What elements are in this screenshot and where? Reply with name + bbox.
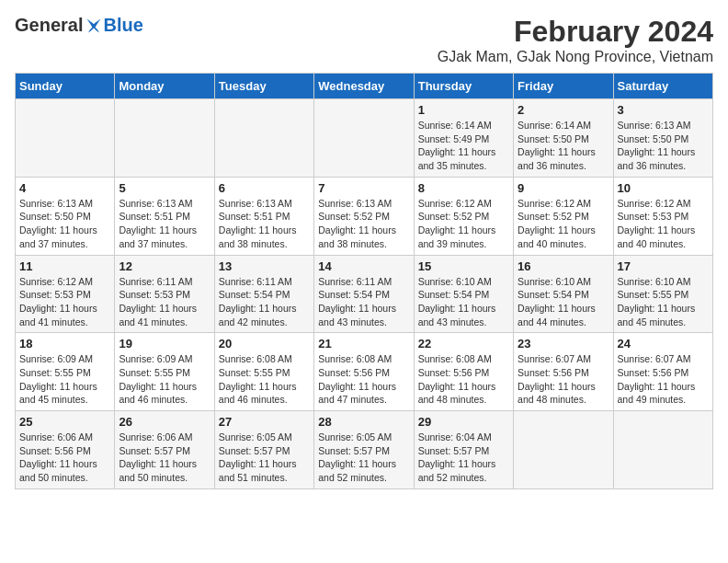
calendar-cell <box>613 411 712 489</box>
calendar-cell <box>16 99 115 178</box>
calendar-cell: 27Sunrise: 6:05 AM Sunset: 5:57 PM Dayli… <box>214 411 313 489</box>
logo-blue-text: Blue <box>103 15 142 36</box>
day-number: 9 <box>518 181 609 195</box>
calendar-cell: 19Sunrise: 6:09 AM Sunset: 5:55 PM Dayli… <box>115 333 214 411</box>
day-detail: Sunrise: 6:08 AM Sunset: 5:55 PM Dayligh… <box>219 352 310 407</box>
day-number: 5 <box>119 181 210 195</box>
weekday-header-wednesday: Wednesday <box>314 74 414 99</box>
day-number: 13 <box>219 259 310 273</box>
calendar-cell <box>314 99 414 178</box>
day-number: 2 <box>518 103 609 117</box>
calendar-cell: 1Sunrise: 6:14 AM Sunset: 5:49 PM Daylig… <box>414 99 513 178</box>
day-number: 1 <box>418 103 509 117</box>
calendar-week-row: 18Sunrise: 6:09 AM Sunset: 5:55 PM Dayli… <box>16 333 713 411</box>
day-number: 6 <box>219 181 310 195</box>
calendar-cell <box>214 99 313 178</box>
calendar-cell <box>115 99 214 178</box>
day-detail: Sunrise: 6:12 AM Sunset: 5:53 PM Dayligh… <box>618 197 709 251</box>
calendar-cell <box>514 411 613 489</box>
calendar-week-row: 4Sunrise: 6:13 AM Sunset: 5:50 PM Daylig… <box>16 177 713 255</box>
day-detail: Sunrise: 6:14 AM Sunset: 5:49 PM Dayligh… <box>418 119 509 173</box>
day-detail: Sunrise: 6:12 AM Sunset: 5:52 PM Dayligh… <box>418 197 509 251</box>
day-detail: Sunrise: 6:13 AM Sunset: 5:52 PM Dayligh… <box>318 197 409 251</box>
day-number: 15 <box>418 259 509 273</box>
location-subtitle: GJak Mam, GJak Nong Province, Vietnam <box>438 49 713 65</box>
day-number: 7 <box>318 181 409 195</box>
day-detail: Sunrise: 6:13 AM Sunset: 5:50 PM Dayligh… <box>19 197 110 251</box>
day-detail: Sunrise: 6:12 AM Sunset: 5:53 PM Dayligh… <box>19 275 110 329</box>
day-detail: Sunrise: 6:08 AM Sunset: 5:56 PM Dayligh… <box>318 352 409 407</box>
calendar-cell: 11Sunrise: 6:12 AM Sunset: 5:53 PM Dayli… <box>16 255 115 333</box>
calendar-table: SundayMondayTuesdayWednesdayThursdayFrid… <box>15 73 713 489</box>
weekday-header-thursday: Thursday <box>414 74 513 99</box>
calendar-cell: 14Sunrise: 6:11 AM Sunset: 5:54 PM Dayli… <box>314 255 414 333</box>
day-number: 3 <box>618 103 709 117</box>
day-number: 10 <box>618 181 709 195</box>
calendar-cell: 13Sunrise: 6:11 AM Sunset: 5:54 PM Dayli… <box>214 255 313 333</box>
calendar-cell: 12Sunrise: 6:11 AM Sunset: 5:53 PM Dayli… <box>115 255 214 333</box>
logo: General Blue <box>15 15 143 36</box>
calendar-cell: 28Sunrise: 6:05 AM Sunset: 5:57 PM Dayli… <box>314 411 414 489</box>
weekday-header-tuesday: Tuesday <box>214 74 313 99</box>
day-number: 16 <box>518 259 609 273</box>
day-detail: Sunrise: 6:04 AM Sunset: 5:57 PM Dayligh… <box>418 431 509 485</box>
day-number: 19 <box>119 337 210 350</box>
day-number: 24 <box>618 337 709 350</box>
day-detail: Sunrise: 6:11 AM Sunset: 5:54 PM Dayligh… <box>318 275 409 329</box>
day-detail: Sunrise: 6:10 AM Sunset: 5:54 PM Dayligh… <box>418 275 509 329</box>
day-detail: Sunrise: 6:05 AM Sunset: 5:57 PM Dayligh… <box>219 431 310 485</box>
day-detail: Sunrise: 6:09 AM Sunset: 5:55 PM Dayligh… <box>119 352 210 407</box>
calendar-cell: 29Sunrise: 6:04 AM Sunset: 5:57 PM Dayli… <box>414 411 513 489</box>
calendar-week-row: 11Sunrise: 6:12 AM Sunset: 5:53 PM Dayli… <box>16 255 713 333</box>
day-number: 27 <box>219 415 310 429</box>
day-detail: Sunrise: 6:07 AM Sunset: 5:56 PM Dayligh… <box>518 352 609 407</box>
weekday-header-friday: Friday <box>514 74 613 99</box>
day-number: 23 <box>518 337 609 350</box>
calendar-cell: 16Sunrise: 6:10 AM Sunset: 5:54 PM Dayli… <box>514 255 613 333</box>
day-number: 18 <box>19 337 110 350</box>
calendar-cell: 9Sunrise: 6:12 AM Sunset: 5:52 PM Daylig… <box>514 177 613 255</box>
day-detail: Sunrise: 6:06 AM Sunset: 5:56 PM Dayligh… <box>19 431 110 485</box>
calendar-cell: 25Sunrise: 6:06 AM Sunset: 5:56 PM Dayli… <box>16 411 115 489</box>
day-number: 17 <box>618 259 709 273</box>
day-number: 26 <box>119 415 210 429</box>
day-number: 25 <box>19 415 110 429</box>
day-detail: Sunrise: 6:05 AM Sunset: 5:57 PM Dayligh… <box>318 431 409 485</box>
day-detail: Sunrise: 6:12 AM Sunset: 5:52 PM Dayligh… <box>518 197 609 251</box>
calendar-cell: 2Sunrise: 6:14 AM Sunset: 5:50 PM Daylig… <box>514 99 613 178</box>
day-number: 14 <box>318 259 409 273</box>
calendar-body: 1Sunrise: 6:14 AM Sunset: 5:49 PM Daylig… <box>16 99 713 489</box>
logo-general-text: General <box>15 15 83 36</box>
title-area: February 2024 GJak Mam, GJak Nong Provin… <box>438 15 713 65</box>
calendar-cell: 24Sunrise: 6:07 AM Sunset: 5:56 PM Dayli… <box>613 333 712 411</box>
day-detail: Sunrise: 6:09 AM Sunset: 5:55 PM Dayligh… <box>19 352 110 407</box>
calendar-cell: 3Sunrise: 6:13 AM Sunset: 5:50 PM Daylig… <box>613 99 712 178</box>
calendar-cell: 21Sunrise: 6:08 AM Sunset: 5:56 PM Dayli… <box>314 333 414 411</box>
calendar-cell: 7Sunrise: 6:13 AM Sunset: 5:52 PM Daylig… <box>314 177 414 255</box>
day-detail: Sunrise: 6:11 AM Sunset: 5:54 PM Dayligh… <box>219 275 310 329</box>
calendar-cell: 15Sunrise: 6:10 AM Sunset: 5:54 PM Dayli… <box>414 255 513 333</box>
day-number: 11 <box>19 259 110 273</box>
day-number: 22 <box>418 337 509 350</box>
calendar-cell: 8Sunrise: 6:12 AM Sunset: 5:52 PM Daylig… <box>414 177 513 255</box>
calendar-week-row: 1Sunrise: 6:14 AM Sunset: 5:49 PM Daylig… <box>16 99 713 178</box>
weekday-header-monday: Monday <box>115 74 214 99</box>
calendar-cell: 10Sunrise: 6:12 AM Sunset: 5:53 PM Dayli… <box>613 177 712 255</box>
calendar-cell: 26Sunrise: 6:06 AM Sunset: 5:57 PM Dayli… <box>115 411 214 489</box>
logo-bird-icon <box>85 17 103 35</box>
day-detail: Sunrise: 6:10 AM Sunset: 5:55 PM Dayligh… <box>618 275 709 329</box>
day-detail: Sunrise: 6:10 AM Sunset: 5:54 PM Dayligh… <box>518 275 609 329</box>
calendar-cell: 6Sunrise: 6:13 AM Sunset: 5:51 PM Daylig… <box>214 177 313 255</box>
calendar-cell: 17Sunrise: 6:10 AM Sunset: 5:55 PM Dayli… <box>613 255 712 333</box>
day-detail: Sunrise: 6:13 AM Sunset: 5:51 PM Dayligh… <box>219 197 310 251</box>
calendar-cell: 22Sunrise: 6:08 AM Sunset: 5:56 PM Dayli… <box>414 333 513 411</box>
day-number: 4 <box>19 181 110 195</box>
day-detail: Sunrise: 6:14 AM Sunset: 5:50 PM Dayligh… <box>518 119 609 173</box>
calendar-cell: 20Sunrise: 6:08 AM Sunset: 5:55 PM Dayli… <box>214 333 313 411</box>
day-number: 28 <box>318 415 409 429</box>
calendar-cell: 18Sunrise: 6:09 AM Sunset: 5:55 PM Dayli… <box>16 333 115 411</box>
calendar-cell: 23Sunrise: 6:07 AM Sunset: 5:56 PM Dayli… <box>514 333 613 411</box>
day-number: 29 <box>418 415 509 429</box>
day-detail: Sunrise: 6:11 AM Sunset: 5:53 PM Dayligh… <box>119 275 210 329</box>
day-number: 21 <box>318 337 409 350</box>
